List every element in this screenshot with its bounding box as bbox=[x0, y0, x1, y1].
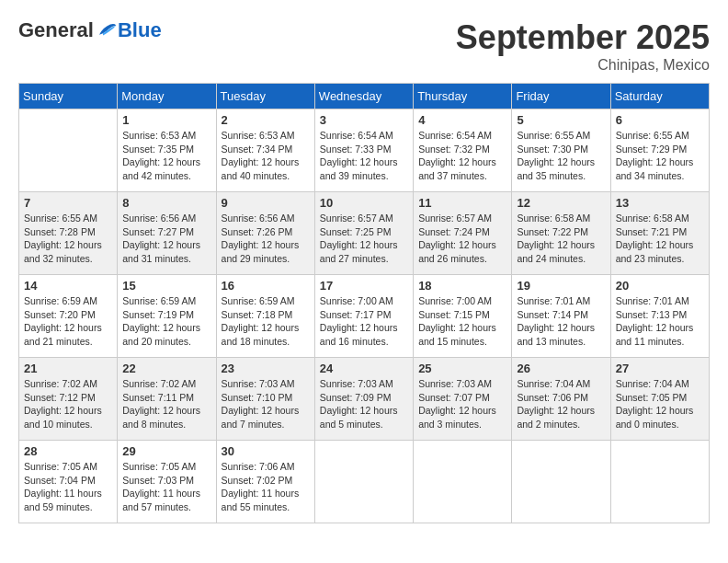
calendar-cell: 4Sunrise: 6:54 AM Sunset: 7:32 PM Daylig… bbox=[414, 109, 512, 192]
day-number: 17 bbox=[320, 279, 408, 293]
day-info: Sunrise: 6:53 AM Sunset: 7:35 PM Dayligh… bbox=[122, 129, 210, 183]
calendar-cell: 14Sunrise: 6:59 AM Sunset: 7:20 PM Dayli… bbox=[19, 275, 118, 358]
day-info: Sunrise: 6:59 AM Sunset: 7:18 PM Dayligh… bbox=[222, 294, 310, 349]
calendar-cell bbox=[314, 441, 413, 523]
calendar-week-row: 14Sunrise: 6:59 AM Sunset: 7:20 PM Dayli… bbox=[19, 275, 710, 358]
day-info: Sunrise: 7:06 AM Sunset: 7:02 PM Dayligh… bbox=[222, 460, 310, 514]
day-number: 13 bbox=[616, 196, 704, 210]
calendar-cell: 2Sunrise: 6:53 AM Sunset: 7:34 PM Daylig… bbox=[216, 109, 314, 192]
day-info: Sunrise: 7:02 AM Sunset: 7:12 PM Dayligh… bbox=[24, 377, 112, 431]
calendar-cell: 21Sunrise: 7:02 AM Sunset: 7:12 PM Dayli… bbox=[19, 358, 118, 441]
calendar-cell: 28Sunrise: 7:05 AM Sunset: 7:04 PM Dayli… bbox=[19, 441, 118, 523]
header-sunday: Sunday bbox=[19, 84, 118, 109]
day-number: 15 bbox=[122, 279, 210, 293]
day-info: Sunrise: 7:03 AM Sunset: 7:09 PM Dayligh… bbox=[320, 377, 408, 431]
calendar-week-row: 7Sunrise: 6:55 AM Sunset: 7:28 PM Daylig… bbox=[19, 192, 710, 275]
day-number: 6 bbox=[616, 113, 704, 127]
day-number: 12 bbox=[517, 196, 605, 210]
title-section: September 2025 Chinipas, Mexico bbox=[456, 18, 710, 74]
header-wednesday: Wednesday bbox=[314, 84, 413, 109]
calendar-cell: 8Sunrise: 6:56 AM Sunset: 7:27 PM Daylig… bbox=[118, 192, 216, 275]
day-info: Sunrise: 6:59 AM Sunset: 7:20 PM Dayligh… bbox=[24, 294, 112, 349]
header-friday: Friday bbox=[512, 84, 610, 109]
day-info: Sunrise: 7:04 AM Sunset: 7:06 PM Dayligh… bbox=[517, 377, 605, 431]
calendar-cell bbox=[610, 441, 709, 523]
day-number: 27 bbox=[616, 362, 704, 375]
day-number: 16 bbox=[222, 279, 310, 293]
calendar-cell: 12Sunrise: 6:58 AM Sunset: 7:22 PM Dayli… bbox=[512, 192, 610, 275]
day-info: Sunrise: 7:05 AM Sunset: 7:03 PM Dayligh… bbox=[122, 460, 210, 514]
day-info: Sunrise: 6:59 AM Sunset: 7:19 PM Dayligh… bbox=[122, 294, 210, 349]
logo-blue: Blue bbox=[118, 18, 162, 42]
calendar-cell: 26Sunrise: 7:04 AM Sunset: 7:06 PM Dayli… bbox=[512, 358, 610, 441]
month-title: September 2025 bbox=[456, 18, 710, 57]
calendar-cell: 30Sunrise: 7:06 AM Sunset: 7:02 PM Dayli… bbox=[216, 441, 314, 523]
day-number: 2 bbox=[222, 113, 310, 127]
day-number: 24 bbox=[320, 362, 408, 375]
calendar-cell: 10Sunrise: 6:57 AM Sunset: 7:25 PM Dayli… bbox=[314, 192, 413, 275]
calendar-cell: 22Sunrise: 7:02 AM Sunset: 7:11 PM Dayli… bbox=[118, 358, 216, 441]
logo: General Blue bbox=[18, 18, 162, 42]
day-info: Sunrise: 6:57 AM Sunset: 7:24 PM Dayligh… bbox=[418, 212, 506, 266]
day-info: Sunrise: 6:55 AM Sunset: 7:30 PM Dayligh… bbox=[517, 129, 605, 183]
calendar-cell: 24Sunrise: 7:03 AM Sunset: 7:09 PM Dayli… bbox=[314, 358, 413, 441]
day-info: Sunrise: 6:54 AM Sunset: 7:32 PM Dayligh… bbox=[418, 129, 506, 183]
logo-bird-icon bbox=[96, 21, 118, 40]
calendar-cell: 18Sunrise: 7:00 AM Sunset: 7:15 PM Dayli… bbox=[414, 275, 512, 358]
calendar-week-row: 28Sunrise: 7:05 AM Sunset: 7:04 PM Dayli… bbox=[19, 441, 710, 523]
day-info: Sunrise: 7:01 AM Sunset: 7:13 PM Dayligh… bbox=[616, 294, 704, 349]
day-info: Sunrise: 6:54 AM Sunset: 7:33 PM Dayligh… bbox=[320, 129, 408, 183]
calendar-header-row: SundayMondayTuesdayWednesdayThursdayFrid… bbox=[19, 84, 710, 109]
day-info: Sunrise: 7:00 AM Sunset: 7:15 PM Dayligh… bbox=[418, 294, 506, 349]
page-header: General Blue September 2025 Chinipas, Me… bbox=[18, 18, 710, 74]
day-number: 7 bbox=[24, 196, 112, 210]
header-monday: Monday bbox=[118, 84, 216, 109]
day-info: Sunrise: 7:04 AM Sunset: 7:05 PM Dayligh… bbox=[616, 377, 704, 431]
day-number: 11 bbox=[418, 196, 506, 210]
day-info: Sunrise: 6:56 AM Sunset: 7:26 PM Dayligh… bbox=[222, 212, 310, 266]
day-info: Sunrise: 6:58 AM Sunset: 7:21 PM Dayligh… bbox=[616, 212, 704, 266]
logo-general: General bbox=[18, 18, 94, 42]
calendar-cell: 27Sunrise: 7:04 AM Sunset: 7:05 PM Dayli… bbox=[610, 358, 709, 441]
calendar-cell: 25Sunrise: 7:03 AM Sunset: 7:07 PM Dayli… bbox=[414, 358, 512, 441]
calendar-cell: 6Sunrise: 6:55 AM Sunset: 7:29 PM Daylig… bbox=[610, 109, 709, 192]
location: Chinipas, Mexico bbox=[456, 57, 710, 74]
day-number: 20 bbox=[616, 279, 704, 293]
day-number: 19 bbox=[517, 279, 605, 293]
day-number: 8 bbox=[122, 196, 210, 210]
calendar-cell: 15Sunrise: 6:59 AM Sunset: 7:19 PM Dayli… bbox=[118, 275, 216, 358]
day-info: Sunrise: 6:53 AM Sunset: 7:34 PM Dayligh… bbox=[222, 129, 310, 183]
calendar-cell bbox=[512, 441, 610, 523]
calendar-cell bbox=[19, 109, 118, 192]
day-info: Sunrise: 6:55 AM Sunset: 7:29 PM Dayligh… bbox=[616, 129, 704, 183]
day-info: Sunrise: 6:58 AM Sunset: 7:22 PM Dayligh… bbox=[517, 212, 605, 266]
day-number: 3 bbox=[320, 113, 408, 127]
calendar-cell: 23Sunrise: 7:03 AM Sunset: 7:10 PM Dayli… bbox=[216, 358, 314, 441]
day-info: Sunrise: 6:57 AM Sunset: 7:25 PM Dayligh… bbox=[320, 212, 408, 266]
day-number: 29 bbox=[122, 444, 210, 458]
day-info: Sunrise: 7:01 AM Sunset: 7:14 PM Dayligh… bbox=[517, 294, 605, 349]
day-info: Sunrise: 7:02 AM Sunset: 7:11 PM Dayligh… bbox=[122, 377, 210, 431]
day-number: 23 bbox=[222, 362, 310, 375]
day-info: Sunrise: 6:56 AM Sunset: 7:27 PM Dayligh… bbox=[122, 212, 210, 266]
calendar-cell: 11Sunrise: 6:57 AM Sunset: 7:24 PM Dayli… bbox=[414, 192, 512, 275]
calendar-cell: 9Sunrise: 6:56 AM Sunset: 7:26 PM Daylig… bbox=[216, 192, 314, 275]
day-info: Sunrise: 7:03 AM Sunset: 7:07 PM Dayligh… bbox=[418, 377, 506, 431]
calendar-cell: 29Sunrise: 7:05 AM Sunset: 7:03 PM Dayli… bbox=[118, 441, 216, 523]
calendar-week-row: 1Sunrise: 6:53 AM Sunset: 7:35 PM Daylig… bbox=[19, 109, 710, 192]
calendar-cell: 19Sunrise: 7:01 AM Sunset: 7:14 PM Dayli… bbox=[512, 275, 610, 358]
day-number: 1 bbox=[122, 113, 210, 127]
day-number: 25 bbox=[418, 362, 506, 375]
header-thursday: Thursday bbox=[414, 84, 512, 109]
day-number: 28 bbox=[24, 444, 112, 458]
day-number: 4 bbox=[418, 113, 506, 127]
calendar-cell bbox=[414, 441, 512, 523]
day-number: 5 bbox=[517, 113, 605, 127]
day-info: Sunrise: 7:03 AM Sunset: 7:10 PM Dayligh… bbox=[222, 377, 310, 431]
day-number: 10 bbox=[320, 196, 408, 210]
day-number: 21 bbox=[24, 362, 112, 375]
calendar-cell: 5Sunrise: 6:55 AM Sunset: 7:30 PM Daylig… bbox=[512, 109, 610, 192]
calendar-table: SundayMondayTuesdayWednesdayThursdayFrid… bbox=[18, 83, 710, 523]
day-number: 9 bbox=[222, 196, 310, 210]
calendar-cell: 20Sunrise: 7:01 AM Sunset: 7:13 PM Dayli… bbox=[610, 275, 709, 358]
